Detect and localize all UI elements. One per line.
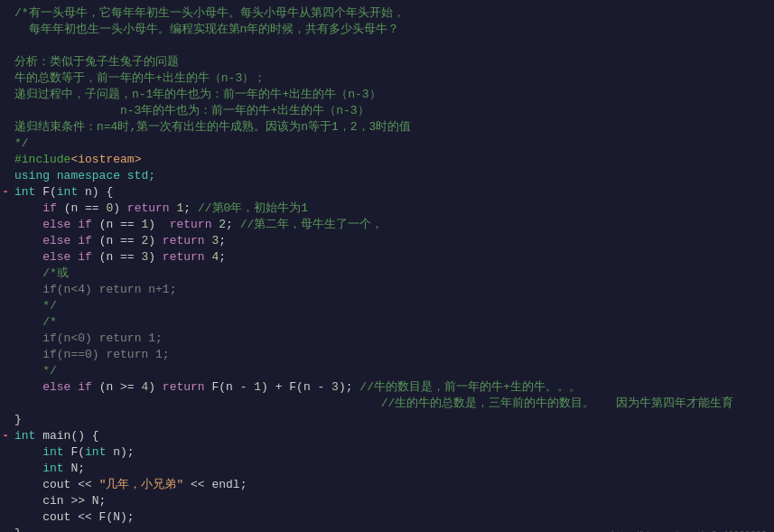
line-change-indicator: - bbox=[0, 428, 11, 444]
code-line: /*有一头母牛，它每年年初生一头小母牛。每头小母牛从第四个年头开始， bbox=[0, 5, 774, 22]
code-line: else if (n == 1) return 2; //第二年，母牛生了一个， bbox=[0, 217, 774, 233]
code-line: 分析：类似于兔子生兔子的问题 bbox=[0, 54, 774, 70]
code-line: -int main() { bbox=[0, 428, 774, 444]
line-code: cout << F(N); bbox=[11, 509, 135, 526]
line-code: 分析：类似于兔子生兔子的问题 bbox=[11, 54, 179, 70]
code-line: /*或 bbox=[0, 266, 774, 282]
line-code: using namespace std; bbox=[11, 168, 155, 184]
line-code: */ bbox=[11, 135, 29, 152]
line-code: cin >> N; bbox=[11, 493, 106, 509]
code-line: //生的牛的总数是，三年前的牛的数目。 因为牛第四年才能生育 bbox=[0, 396, 774, 412]
line-code: cout << "几年，小兄弟" << endl; bbox=[11, 477, 247, 493]
code-line bbox=[0, 38, 774, 54]
code-line: else if (n == 2) return 3; bbox=[0, 233, 774, 249]
code-line: 牛的总数等于，前一年的牛+出生的牛（n-3）； bbox=[0, 70, 774, 87]
line-change-indicator: - bbox=[0, 184, 11, 201]
line-code: 递归结束条件：n=4时,第一次有出生的牛成熟。因该为n等于1，2，3时的值 bbox=[11, 119, 411, 135]
line-code: else if (n == 1) return 2; //第二年，母牛生了一个， bbox=[11, 217, 383, 233]
line-code: */ bbox=[11, 298, 57, 314]
code-line: using namespace std; bbox=[0, 168, 774, 184]
line-code: else if (n == 2) return 3; bbox=[11, 233, 226, 249]
line-code: int main() { bbox=[11, 428, 99, 444]
code-line: int N; bbox=[0, 461, 774, 477]
line-code: int N; bbox=[11, 461, 85, 477]
line-code: n-3年的牛也为：前一年的牛+出生的牛（n-3） bbox=[11, 103, 369, 119]
line-code: if(n==0) return 1; bbox=[11, 347, 170, 363]
line-code: /*有一头母牛，它每年年初生一头小母牛。每头小母牛从第四个年头开始， bbox=[11, 5, 405, 22]
code-editor: /*有一头母牛，它每年年初生一头小母牛。每头小母牛从第四个年头开始， 每年年初也… bbox=[0, 0, 774, 532]
code-line: */ bbox=[0, 363, 774, 379]
line-code: int F(int n); bbox=[11, 444, 135, 461]
code-line: if(n<0) return 1; bbox=[0, 331, 774, 347]
line-code: //生的牛的总数是，三年前的牛的数目。 因为牛第四年才能生育 bbox=[11, 396, 733, 412]
line-code: /*或 bbox=[11, 266, 69, 282]
code-line: if(n==0) return 1; bbox=[0, 347, 774, 363]
line-code: if(n<0) return 1; bbox=[11, 331, 163, 347]
code-line: #include<iostream> bbox=[0, 152, 774, 168]
code-area: /*有一头母牛，它每年年初生一头小母牛。每头小母牛从第四个年头开始， 每年年初也… bbox=[0, 0, 774, 532]
line-code: 每年年初也生一头小母牛。编程实现在第n年的时候，共有多少头母牛？ bbox=[11, 22, 399, 38]
code-line: else if (n == 3) return 4; bbox=[0, 249, 774, 266]
code-line: if (n == 0) return 1; //第0年，初始牛为1 bbox=[0, 201, 774, 217]
line-code: int F(int n) { bbox=[11, 184, 113, 201]
line-code: else if (n >= 4) return F(n - 1) + F(n -… bbox=[11, 379, 581, 396]
code-line: cout << F(N); bbox=[0, 509, 774, 526]
code-line: 每年年初也生一头小母牛。编程实现在第n年的时候，共有多少头母牛？ bbox=[0, 22, 774, 38]
code-line: n-3年的牛也为：前一年的牛+出生的牛（n-3） bbox=[0, 103, 774, 119]
code-line: } bbox=[0, 412, 774, 428]
code-line: if(n<4) return n+1; bbox=[0, 282, 774, 298]
code-line: else if (n >= 4) return F(n - 1) + F(n -… bbox=[0, 379, 774, 396]
line-code: 牛的总数等于，前一年的牛+出生的牛（n-3）； bbox=[11, 70, 266, 87]
line-code: if (n == 0) return 1; //第0年，初始牛为1 bbox=[11, 201, 308, 217]
line-code: else if (n == 3) return 4; bbox=[11, 249, 226, 266]
code-line: cout << "几年，小兄弟" << endl; bbox=[0, 477, 774, 493]
code-line: cin >> N; bbox=[0, 493, 774, 509]
line-code: } bbox=[11, 412, 22, 428]
line-code: if(n<4) return n+1; bbox=[11, 282, 176, 298]
code-line: */ bbox=[0, 298, 774, 314]
code-line: 递归过程中，子问题，n-1年的牛也为：前一年的牛+出生的牛（n-3） bbox=[0, 87, 774, 103]
line-code: } bbox=[11, 526, 22, 532]
code-line: -int F(int n) { bbox=[0, 184, 774, 201]
code-line: */ bbox=[0, 135, 774, 152]
line-code: 递归过程中，子问题，n-1年的牛也为：前一年的牛+出生的牛（n-3） bbox=[11, 87, 381, 103]
code-line: 递归结束条件：n=4时,第一次有出生的牛成熟。因该为n等于1，2，3时的值 bbox=[0, 119, 774, 135]
line-code: #include<iostream> bbox=[11, 152, 141, 168]
line-code: /* bbox=[11, 314, 57, 331]
code-line: /* bbox=[0, 314, 774, 331]
line-code: */ bbox=[11, 363, 57, 379]
code-line: int F(int n); bbox=[0, 444, 774, 461]
